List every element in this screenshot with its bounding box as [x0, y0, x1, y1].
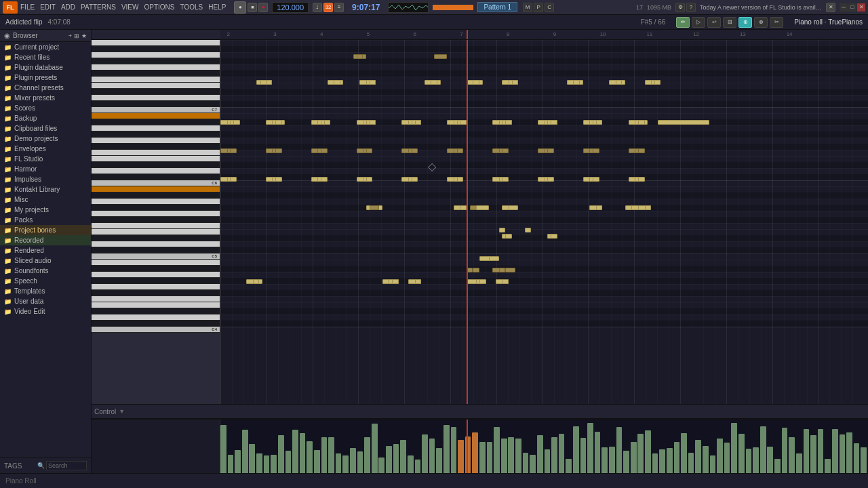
- note-block[interactable]: [479, 279, 486, 284]
- note-block[interactable]: [457, 177, 464, 182]
- piano-key-Gb5[interactable]: [92, 217, 220, 223]
- velocity-bar[interactable]: [494, 427, 500, 473]
- velocity-bar[interactable]: [587, 423, 593, 473]
- note-block[interactable]: [473, 80, 479, 85]
- velocity-bar[interactable]: [782, 428, 788, 473]
- sidebar-item-project-bones[interactable]: 📁 Project bones: [0, 225, 91, 235]
- piano-key-G5[interactable]: [92, 211, 220, 217]
- note-block[interactable]: [512, 80, 519, 85]
- sidebar-item-user-data[interactable]: 📁 User data: [0, 296, 91, 306]
- sidebar-item-soundfonts[interactable]: 📁 Soundfonts: [0, 266, 91, 276]
- timeline-ruler[interactable]: 234567891011121314: [220, 30, 868, 40]
- control-dropdown[interactable]: ▼: [119, 408, 125, 415]
- velocity-bar[interactable]: [545, 449, 551, 473]
- sidebar-add-btn[interactable]: +: [68, 33, 72, 39]
- menu-options[interactable]: OPTIONS: [144, 3, 174, 11]
- piano-roll-btn[interactable]: P: [534, 3, 543, 12]
- piano-key-C6[interactable]: C6: [92, 180, 220, 186]
- velocity-bar[interactable]: [695, 440, 701, 473]
- sidebar-item-plugin-presets[interactable]: 📁 Plugin presets: [0, 73, 91, 83]
- piano-key-D5[interactable]: [92, 241, 220, 247]
- note-block[interactable]: [275, 148, 282, 153]
- velocity-bar[interactable]: [616, 427, 623, 473]
- note-block[interactable]: [230, 177, 237, 182]
- note-block[interactable]: [638, 148, 645, 153]
- rec2-btn[interactable]: ●: [258, 3, 268, 12]
- velocity-bar[interactable]: [378, 458, 384, 473]
- velocity-bar[interactable]: [846, 432, 852, 473]
- piano-key-Ab5[interactable]: [92, 205, 220, 211]
- pattern-button[interactable]: Pattern 1: [477, 2, 517, 12]
- note-block[interactable]: [645, 205, 652, 210]
- note-block[interactable]: [547, 148, 554, 153]
- velocity-bar[interactable]: [321, 437, 328, 473]
- menu-file[interactable]: FILE: [20, 3, 35, 11]
- velocity-bar[interactable]: [703, 446, 709, 473]
- sidebar-item-sliced-audio[interactable]: 📁 Sliced audio: [0, 256, 91, 266]
- velocity-bar[interactable]: [825, 459, 831, 473]
- mixer-btn[interactable]: M: [523, 3, 532, 12]
- tags-search-input[interactable]: [46, 461, 87, 470]
- sidebar-item-mixer-presets[interactable]: 📁 Mixer presets: [0, 93, 91, 103]
- note-block[interactable]: [415, 279, 422, 284]
- velocity-bar[interactable]: [292, 430, 298, 473]
- velocity-bar[interactable]: [559, 434, 565, 473]
- note-block[interactable]: [499, 268, 506, 272]
- note-grid[interactable]: ◇: [220, 40, 868, 404]
- velocity-bar[interactable]: [501, 439, 507, 473]
- velocity-bar[interactable]: [861, 447, 867, 473]
- velocity-bar[interactable]: [508, 437, 514, 473]
- note-block[interactable]: [551, 120, 557, 125]
- velocity-bar[interactable]: [659, 449, 665, 473]
- piano-key-Db4[interactable]: [92, 321, 220, 327]
- settings-btn[interactable]: ⚙: [675, 3, 685, 12]
- piano-key-Bb4[interactable]: [92, 266, 220, 272]
- sidebar-item-packs[interactable]: 📁 Packs: [0, 215, 91, 225]
- menu-edit[interactable]: EDIT: [40, 3, 56, 11]
- win-close-btn[interactable]: ✕: [857, 3, 865, 12]
- sidebar-item-demo-projects[interactable]: 📁 Demo projects: [0, 134, 91, 144]
- piano-key-F7[interactable]: [92, 77, 220, 83]
- velocity-bar[interactable]: [717, 439, 723, 473]
- note-block[interactable]: [253, 279, 260, 284]
- note-block[interactable]: [551, 234, 557, 239]
- note-block[interactable]: [392, 279, 399, 284]
- velocity-bar[interactable]: [645, 430, 651, 473]
- velocity-bar[interactable]: [479, 442, 486, 473]
- velocity-bar[interactable]: [573, 426, 579, 473]
- piano-key-G6[interactable]: [92, 138, 220, 144]
- sidebar-item-recorded[interactable]: 📁 Recorded: [0, 235, 91, 245]
- note-block[interactable]: [457, 148, 464, 153]
- note-block[interactable]: [505, 268, 515, 272]
- velocity-bar[interactable]: [264, 455, 270, 473]
- velocity-bar[interactable]: [235, 450, 241, 473]
- piano-key-Db5[interactable]: [92, 247, 220, 253]
- velocity-bar[interactable]: [623, 451, 629, 473]
- record-btn[interactable]: ●: [234, 1, 246, 14]
- velocity-bar[interactable]: [228, 455, 234, 473]
- magnet-tool[interactable]: ⊕: [738, 17, 752, 28]
- velocity-bar[interactable]: [465, 436, 471, 473]
- velocity-bar[interactable]: [350, 448, 356, 473]
- sidebar-pin-btn[interactable]: ★: [81, 33, 87, 39]
- note-block[interactable]: [366, 177, 373, 182]
- note-block[interactable]: [275, 120, 282, 125]
- note-block[interactable]: [357, 54, 363, 59]
- velocity-bar[interactable]: [422, 434, 428, 473]
- channel-rack-btn[interactable]: C: [545, 3, 554, 12]
- velocity-bar[interactable]: [357, 451, 363, 473]
- velocity-bar[interactable]: [609, 447, 615, 473]
- velocity-bar[interactable]: [487, 442, 493, 473]
- note-block[interactable]: [509, 205, 518, 210]
- sidebar-item-envelopes[interactable]: 📁 Envelopes: [0, 144, 91, 154]
- menu-help[interactable]: HELP: [208, 3, 226, 11]
- velocity-bar[interactable]: [393, 444, 399, 473]
- velocity-bar[interactable]: [537, 435, 543, 473]
- note-block[interactable]: [431, 80, 437, 85]
- note-block[interactable]: [654, 80, 661, 85]
- note-block[interactable]: [525, 228, 532, 232]
- velocity-bar[interactable]: [710, 455, 716, 473]
- snap-tool[interactable]: ⊞: [723, 17, 736, 28]
- sidebar-item-channel-presets[interactable]: 📁 Channel presets: [0, 83, 91, 93]
- velocity-bar[interactable]: [300, 433, 306, 473]
